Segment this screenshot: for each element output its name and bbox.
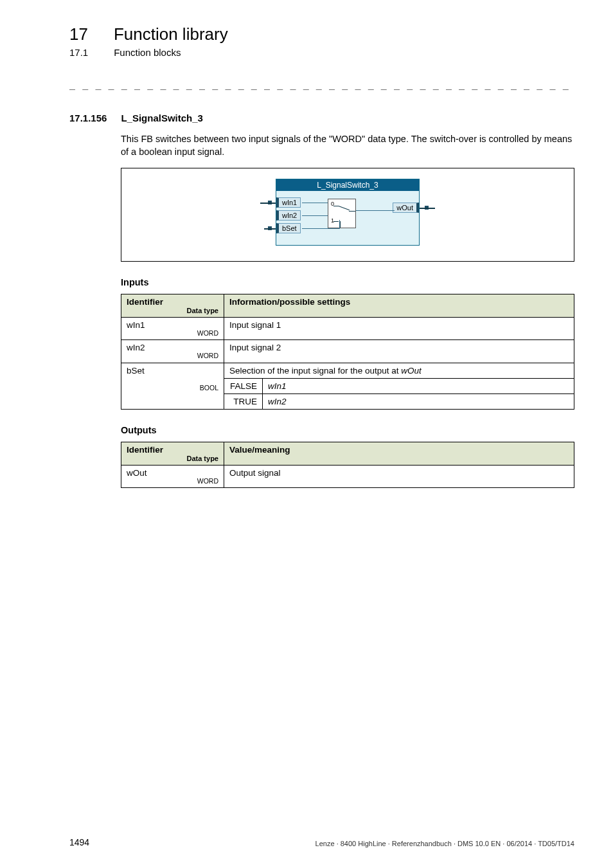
bset-false-key: FALSE (224, 378, 263, 393)
chapter-number: 17 (69, 24, 88, 44)
port-win2: wIn2 (276, 210, 301, 221)
info-bset-it: wOut (401, 366, 422, 375)
fb-section-title: L_SignalSwitch_3 (121, 113, 203, 123)
dt-win1: WORD (127, 330, 218, 338)
fb-diagram: L_SignalSwitch_3 wIn1 wIn2 bSet wOut 0 1 (121, 168, 574, 262)
table-row: wIn1 WORD Input signal 1 (121, 317, 574, 340)
id-win2: wIn2 (127, 343, 145, 352)
port-bset: bSet (276, 223, 301, 233)
dt-wout: WORD (127, 478, 218, 485)
fb-header: L_SignalSwitch_3 (276, 179, 419, 191)
switch-icon: 0 1 (328, 199, 356, 228)
info-bset-text: Selection of the input signal for the ou… (229, 366, 401, 375)
port-wout: wOut (393, 203, 419, 213)
info-win1: Input signal 1 (224, 317, 574, 340)
section-number: 17.1 (69, 47, 88, 58)
chapter-title: Function library (114, 24, 228, 44)
id-wout: wOut (127, 468, 147, 478)
th-value: Value/meaning (224, 442, 574, 465)
page-number: 1494 (69, 837, 89, 847)
inputs-table: Identifier Data type Information/possibl… (121, 294, 574, 410)
th-identifier: Identifier (127, 297, 163, 307)
th-datatype-out: Data type (127, 455, 218, 462)
th-datatype: Data type (127, 307, 218, 314)
id-bset: bSet (127, 366, 145, 375)
section-title: Function blocks (114, 47, 181, 58)
fb-section-number: 17.1.156 (69, 113, 107, 123)
th-info: Information/possible settings (224, 294, 574, 317)
bset-true-key: TRUE (224, 393, 263, 409)
bset-true-val: wIn2 (263, 393, 574, 409)
table-row: wIn2 WORD Input signal 2 (121, 340, 574, 363)
port-win1: wIn1 (276, 197, 301, 208)
info-win2: Input signal 2 (224, 340, 574, 363)
fb-description: This FB switches between two input signa… (121, 132, 574, 159)
dt-bset: BOOL (127, 384, 218, 392)
footer-right: Lenze · 8400 HighLine · Referenzhandbuch… (315, 840, 574, 847)
switch-label-1: 1 (331, 217, 334, 224)
info-wout: Output signal (224, 465, 574, 488)
outputs-table: Identifier Data type Value/meaning wOut … (121, 442, 574, 489)
dt-win2: WORD (127, 352, 218, 360)
bset-false-val: wIn1 (263, 378, 574, 393)
inputs-heading: Inputs (121, 277, 574, 287)
outputs-heading: Outputs (121, 425, 574, 435)
th-identifier-out: Identifier (127, 445, 163, 455)
fb-block: L_SignalSwitch_3 wIn1 wIn2 bSet wOut 0 1 (276, 179, 420, 246)
table-row: bSet BOOL Selection of the input signal … (121, 363, 574, 378)
id-win1: wIn1 (127, 320, 145, 330)
divider-rule: _ _ _ _ _ _ _ _ _ _ _ _ _ _ _ _ _ _ _ _ … (69, 81, 574, 92)
table-row: wOut WORD Output signal (121, 465, 574, 488)
